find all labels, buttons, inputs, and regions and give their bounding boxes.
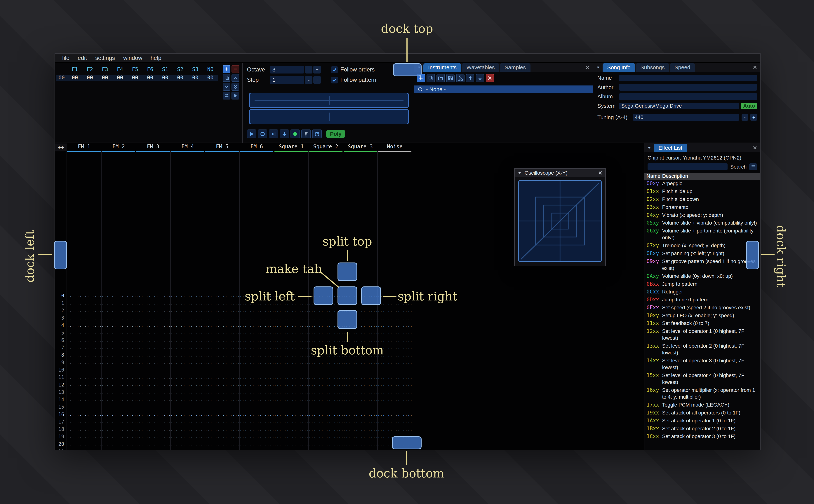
pattern-cell[interactable]: ... .. .. .... (274, 449, 308, 450)
pattern-cell[interactable]: ... .. .. .... (239, 419, 274, 424)
pattern-expand-button[interactable]: ++ (55, 144, 67, 151)
pattern-cell[interactable]: ... .. .. .... (136, 308, 170, 313)
step-increment-button[interactable]: + (313, 76, 320, 84)
dock-right-target[interactable] (746, 241, 759, 269)
pattern-cell[interactable]: ... .. .. .... (274, 419, 308, 424)
pattern-cell[interactable]: ... .. .. .... (239, 390, 274, 394)
split-top-target[interactable] (337, 263, 357, 281)
pattern-cell[interactable]: ... .. .. .... (67, 360, 101, 365)
instrument-save-button[interactable] (446, 74, 455, 82)
pattern-cell[interactable]: ... .. .. .... (170, 316, 205, 320)
effect-row[interactable]: 10xySetup LFO (x: enable; y: speed) (644, 312, 760, 319)
pattern-cell[interactable]: ... .. .. .... (67, 301, 101, 305)
pattern-cell[interactable]: ... .. .. .... (343, 449, 377, 450)
pattern-cell[interactable]: ... .. .. .... (239, 353, 274, 357)
pattern-cell[interactable]: ... .. .. .... (377, 316, 412, 320)
channel-header-fm-6[interactable]: FM 6 (239, 144, 274, 151)
pattern-cell[interactable]: ... .. .. .... (239, 375, 274, 380)
pattern-cell[interactable]: ... .. .. .... (274, 442, 308, 446)
pattern-cell[interactable]: ... .. .. .... (101, 330, 136, 335)
effect-row[interactable]: 11xxSet feedback (0 to 7) (644, 319, 760, 327)
pattern-cell[interactable]: ... .. .. .... (205, 427, 239, 432)
pattern-cell[interactable]: ... .. .. .... (274, 353, 308, 357)
pattern-cell[interactable]: ... .. .. .... (136, 405, 170, 409)
pattern-cell[interactable]: ... .. .. .... (170, 434, 205, 439)
pattern-cell[interactable]: ... .. .. .... (67, 330, 101, 335)
pattern-cell[interactable]: ... .. .. .... (136, 382, 170, 387)
instrument-delete-button[interactable] (486, 74, 494, 82)
pattern-cell[interactable]: ... .. .. .... (101, 449, 136, 450)
pattern-cell[interactable]: ... .. .. .... (205, 338, 239, 342)
close-icon[interactable] (598, 171, 603, 175)
tab-list-button[interactable] (646, 144, 653, 152)
instrument-toggle-folders-button[interactable] (456, 74, 465, 82)
pattern-cell[interactable]: ... .. .. .... (377, 390, 412, 394)
pattern-cell[interactable]: ... .. .. .... (274, 390, 308, 394)
pattern-cell[interactable]: ... .. .. .... (343, 367, 377, 372)
pattern-cell[interactable]: ... .. .. .... (205, 323, 239, 328)
effect-row[interactable]: 12xxSet level of operator 1 (0 highest, … (644, 327, 760, 342)
pattern-cell[interactable]: ... .. .. .... (67, 442, 101, 446)
step-decrement-button[interactable]: - (305, 76, 312, 84)
pattern-cell[interactable]: ... .. .. .... (101, 345, 136, 350)
pattern-cell[interactable]: ... .. .. .... (67, 397, 101, 402)
order-cell[interactable]: 00 (128, 75, 143, 81)
pattern-cell[interactable]: ... .. .. .... (205, 390, 239, 394)
pattern-cell[interactable]: ... .. .. .... (101, 323, 136, 328)
pattern-cell[interactable]: ... .. .. .... (136, 353, 170, 357)
pattern-cell[interactable]: ... .. .. .... (136, 412, 170, 417)
pattern-cell[interactable]: ... .. .. .... (343, 397, 377, 402)
effect-row[interactable]: 0AxyVolume slide (0y: down; x0: up) (644, 272, 760, 280)
order-change-mode-button[interactable] (223, 92, 230, 99)
pattern-cell[interactable]: ... .. .. .... (239, 434, 274, 439)
pattern-cell[interactable]: ... .. .. .... (205, 449, 239, 450)
pattern-cell[interactable]: ... .. .. .... (274, 360, 308, 365)
pattern-cell[interactable]: ... .. .. .... (239, 338, 274, 342)
pattern-cell[interactable]: ... .. .. .... (343, 427, 377, 432)
pattern-cell[interactable]: ... .. .. .... (274, 367, 308, 372)
follow-orders-checkbox[interactable] (331, 66, 338, 73)
effect-row[interactable]: 1AxxSet attack of operator 1 (0 to 1F) (644, 417, 760, 425)
pattern-cell[interactable]: ... .. .. .... (136, 316, 170, 320)
close-panel-button[interactable] (752, 64, 758, 70)
step-one-row-button[interactable] (269, 130, 278, 138)
pattern-cell[interactable]: ... .. .. .... (205, 293, 239, 298)
pattern-cell[interactable]: ... .. .. .... (67, 427, 101, 432)
effect-row[interactable]: 08xySet panning (x: left; y: right) (644, 249, 760, 257)
order-add-button[interactable] (223, 65, 230, 73)
tab-speed[interactable]: Speed (670, 63, 695, 72)
pattern-cell[interactable]: ... .. .. .... (377, 323, 412, 328)
octave-input[interactable]: 3 (270, 66, 304, 74)
effect-row[interactable]: 02xxPitch slide down (644, 195, 760, 203)
effect-row[interactable]: 06xyVolume slide + portamento (compatibi… (644, 227, 760, 242)
pattern-cell[interactable]: ... .. .. .... (67, 412, 101, 417)
pattern-cell[interactable]: ... .. .. .... (67, 345, 101, 350)
pattern-cell[interactable]: ... .. .. .... (136, 338, 170, 342)
pattern-cell[interactable]: ... .. .. .... (101, 412, 136, 417)
pattern-cell[interactable]: ... .. .. .... (170, 412, 205, 417)
pattern-cell[interactable]: ... .. .. .... (239, 442, 274, 446)
pattern-cell[interactable]: ... .. .. .... (136, 293, 170, 298)
play-button[interactable] (247, 130, 256, 138)
order-duplicate-end-button[interactable] (231, 83, 239, 91)
pattern-cell[interactable]: ... .. .. .... (239, 427, 274, 432)
tab-subsongs[interactable]: Subsongs (636, 63, 669, 72)
pattern-cell[interactable]: ... .. .. .... (136, 375, 170, 380)
pattern-cell[interactable]: ... .. .. .... (205, 353, 239, 357)
pattern-cell[interactable]: ... .. .. .... (136, 330, 170, 335)
menu-file[interactable]: file (58, 54, 74, 62)
effect-row[interactable]: 1CxxSet attack of operator 3 (0 to 1F) (644, 433, 760, 440)
effect-row[interactable]: 0DxxJump to next pattern (644, 296, 760, 304)
pattern-cell[interactable]: ... .. .. .... (101, 360, 136, 365)
pattern-cell[interactable]: ... .. .. .... (205, 412, 239, 417)
follow-pattern-checkbox[interactable] (331, 77, 338, 83)
effect-row[interactable]: 15xxSet level of operator 4 (0 highest, … (644, 371, 760, 386)
pattern-cell[interactable]: ... .. .. .... (67, 449, 101, 450)
channel-header-fm-4[interactable]: FM 4 (170, 144, 205, 151)
pattern-cell[interactable]: ... .. .. .... (170, 390, 205, 394)
pattern-cell[interactable]: ... .. .. .... (274, 375, 308, 380)
effect-search-input[interactable] (648, 163, 728, 170)
channel-header-square-1[interactable]: Square 1 (274, 144, 308, 151)
menu-help[interactable]: help (146, 54, 165, 62)
channel-header-noise[interactable]: Noise (377, 144, 412, 151)
